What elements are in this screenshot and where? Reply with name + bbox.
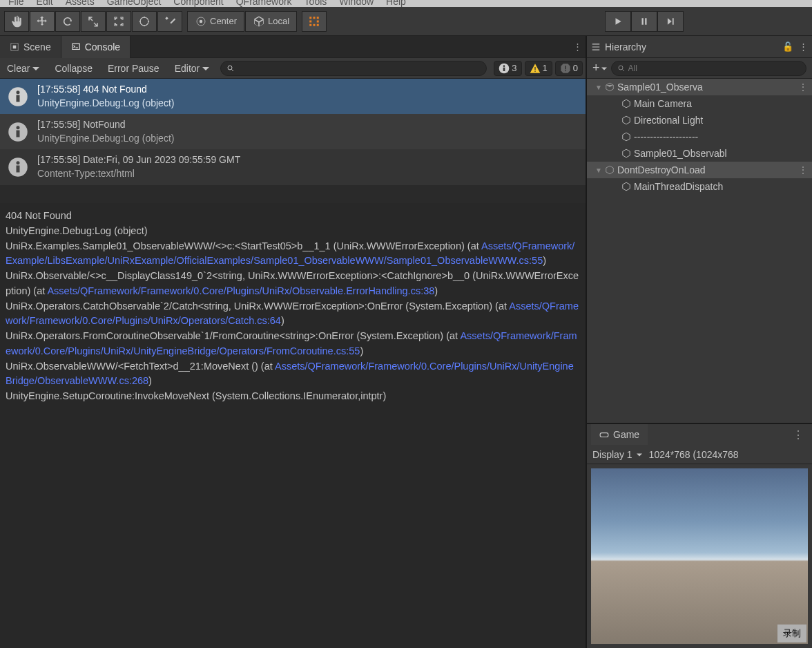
console-log-list: [17:55:58] 404 Not FoundUnityEngine.Debu…	[0, 79, 586, 203]
grid-snap-button[interactable]	[302, 11, 327, 32]
hierarchy-title: Hierarchy	[605, 41, 646, 53]
svg-point-15	[17, 126, 20, 129]
unity-scene-icon	[605, 82, 615, 92]
svg-rect-19	[17, 165, 20, 172]
scene-row[interactable]: ▼DontDestroyOnLoad⋮	[587, 162, 812, 178]
warn-count-badge[interactable]: 1	[525, 61, 552, 76]
gameobject-row[interactable]: Directional Light	[587, 112, 812, 128]
gameobject-row[interactable]: --------------------	[587, 128, 812, 145]
custom-tool-button[interactable]	[157, 11, 182, 32]
main-menubar[interactable]: FileEditAssets GameObjectComponentQFrame…	[0, 0, 812, 7]
svg-rect-16	[17, 130, 20, 137]
rect-tool-button[interactable]	[106, 11, 131, 32]
create-dropdown[interactable]: +	[592, 61, 607, 75]
search-icon	[617, 64, 626, 73]
pivot-local-button[interactable]: Local	[245, 11, 297, 32]
error-count-badge[interactable]: 0	[555, 61, 583, 76]
console-search-input[interactable]	[238, 64, 481, 73]
hierarchy-toolbar: +	[587, 58, 812, 79]
panel-context-icon[interactable]: ⋮	[569, 41, 586, 52]
pivot-center-button[interactable]: Center	[187, 11, 244, 32]
rotate-tool-button[interactable]	[55, 11, 80, 32]
game-view[interactable]	[591, 468, 808, 644]
svg-rect-6	[503, 67, 505, 70]
svg-point-5	[503, 65, 505, 67]
scene-tab[interactable]: Scene	[0, 36, 61, 58]
log-entry[interactable]: [17:55:58] Date:Fri, 09 Jun 2023 09:55:5…	[0, 149, 586, 184]
console-toolbar: Clear Collapse Error Pause Editor 3 1 0	[0, 58, 586, 79]
info-count-badge[interactable]: 3	[494, 61, 521, 76]
svg-point-3	[228, 66, 232, 70]
svg-rect-9	[565, 66, 566, 69]
stack-link[interactable]: Assets/QFramework/Framework/0.Core/Plugi…	[47, 285, 434, 296]
svg-point-20	[619, 66, 623, 70]
display-dropdown[interactable]: Display 1	[592, 449, 642, 460]
scene-row[interactable]: ▼Sample01_Observa⋮	[587, 79, 812, 95]
scale-tool-button[interactable]	[81, 11, 106, 32]
gameobject-row[interactable]: MainThreadDispatch	[587, 178, 812, 195]
console-search[interactable]	[220, 61, 487, 76]
gameobject-row[interactable]: Sample01_Observabl	[587, 145, 812, 162]
hierarchy-icon	[591, 42, 601, 52]
lock-icon[interactable]: 🔓	[782, 41, 793, 52]
hierarchy-search[interactable]	[611, 61, 806, 76]
game-icon	[599, 430, 609, 439]
svg-point-12	[17, 90, 20, 94]
svg-point-1	[200, 19, 203, 23]
info-icon	[6, 84, 30, 109]
search-icon	[226, 64, 235, 73]
unity-scene-icon	[605, 165, 615, 175]
info-icon	[6, 155, 30, 180]
clear-button[interactable]: Clear	[3, 58, 44, 78]
game-tab[interactable]: Game	[591, 424, 648, 445]
transform-tool-button[interactable]	[132, 11, 157, 32]
move-tool-button[interactable]	[30, 11, 55, 32]
pause-button[interactable]	[631, 11, 657, 32]
play-button[interactable]	[605, 11, 631, 32]
panel-context-icon[interactable]: ⋮	[799, 41, 808, 52]
svg-point-8	[534, 70, 536, 72]
row-context-icon[interactable]: ⋮	[794, 82, 812, 93]
gameobject-icon	[621, 149, 631, 158]
hierarchy-search-input[interactable]	[628, 64, 800, 73]
svg-point-18	[17, 161, 20, 164]
svg-point-0	[140, 17, 148, 26]
game-panel-tabs: Game ⋮	[587, 424, 812, 445]
editor-dropdown[interactable]: Editor	[171, 58, 214, 78]
svg-point-10	[565, 70, 566, 71]
collapse-button[interactable]: Collapse	[50, 58, 96, 78]
hierarchy-tree[interactable]: ▼Sample01_Observa⋮ Main Camera Direction…	[587, 79, 812, 423]
hand-tool-button[interactable]	[4, 11, 29, 32]
svg-rect-7	[534, 67, 535, 70]
console-tab[interactable]: Console	[61, 36, 130, 58]
gameobject-icon	[621, 182, 631, 191]
resolution-dropdown[interactable]: 1024*768 (1024x768	[649, 449, 739, 460]
step-button[interactable]	[657, 11, 684, 32]
gameobject-icon	[621, 99, 631, 108]
gameobject-icon	[621, 115, 631, 125]
row-context-icon[interactable]: ⋮	[794, 164, 812, 175]
record-indicator[interactable]: 录制	[777, 625, 806, 642]
main-toolbar: Center Local	[0, 7, 812, 36]
log-entry[interactable]: [17:55:58] 404 Not FoundUnityEngine.Debu…	[0, 79, 586, 114]
console-detail-pane[interactable]: 404 Not Found UnityEngine.Debug:Log (obj…	[0, 203, 586, 648]
left-panel-tabs: Scene Console ⋮	[0, 36, 586, 58]
panel-context-icon[interactable]: ⋮	[789, 428, 808, 441]
hierarchy-header: Hierarchy 🔓⋮	[587, 36, 812, 58]
info-icon	[6, 120, 30, 144]
log-entry[interactable]: [17:55:58] NotFoundUnityEngine.Debug:Log…	[0, 114, 586, 149]
error-pause-button[interactable]: Error Pause	[104, 58, 164, 78]
gameobject-row[interactable]: Main Camera	[587, 95, 812, 112]
svg-rect-13	[17, 95, 20, 102]
game-toolbar: Display 1 1024*768 (1024x768	[587, 445, 812, 464]
gameobject-icon	[621, 132, 631, 142]
